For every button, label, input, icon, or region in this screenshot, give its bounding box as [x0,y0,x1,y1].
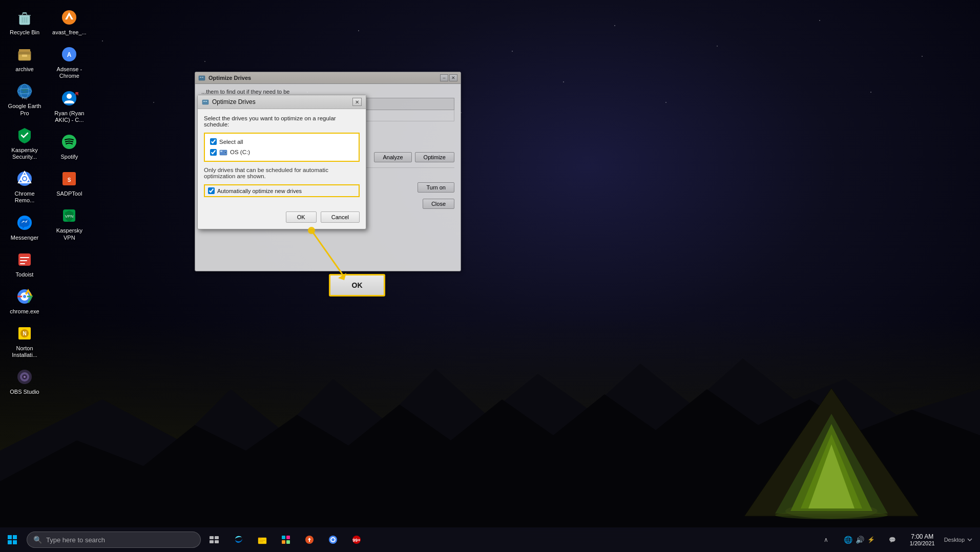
svg-rect-60 [220,151,222,152]
analyze-btn[interactable]: Analyze [374,152,411,162]
svg-rect-15 [19,49,30,52]
fg-ok-btn[interactable]: OK [286,211,317,223]
desktop-icon-kaspersky[interactable]: Kaspersky Security... [4,122,45,163]
svg-rect-74 [259,540,265,541]
drive-c-checkbox[interactable] [210,149,217,156]
desktop-icon-kaspersky-vpn[interactable]: VPN Kaspersky VPN [49,202,90,244]
desktop-icon-norton[interactable]: N Norton Installati... [4,320,45,362]
desktop-icon-avast[interactable]: avast_free_... [49,4,90,39]
fg-optimize-dialog: Optimize Drives ✕ Select the drives you … [197,95,366,229]
desktop-icon-ryan[interactable]: R Ryan (Ryan AKIC) - C... [49,85,90,126]
svg-point-41 [24,376,26,378]
desktop-icon-messenger[interactable]: Messenger [4,209,45,244]
svg-text:S: S [68,177,71,183]
ryan-icon: R [59,88,79,109]
close-btn[interactable]: Close [423,199,454,209]
file-explorer-btn[interactable] [251,527,274,552]
chrome-remote-label: Chrome Remo... [6,190,43,204]
apps3-icon: 99+ [351,535,362,545]
system-tray: 🌐 🔊 ⚡ [840,536,879,544]
svg-point-34 [23,295,26,298]
desktop-icon-todoist[interactable]: Todoist [4,246,45,281]
desktop-show-btn[interactable]: Desktop [941,537,976,543]
volume-icon[interactable]: 🔊 [856,536,864,544]
auto-optimize-checkbox[interactable] [208,187,215,194]
svg-rect-65 [8,535,12,539]
desktop-icon-chrome-remote[interactable]: Chrome Remo... [4,165,45,207]
drive-c-icon [219,148,227,156]
taskbar-search[interactable]: 🔍 Type here to search [27,532,201,548]
desktop-icon-google-earth[interactable]: Pro Google Earth Pro [4,78,45,119]
store-icon [281,535,291,545]
svg-rect-67 [8,540,12,544]
fg-dialog-titlebar: Optimize Drives ✕ [198,95,366,109]
spotify-icon [59,132,79,152]
bg-close-btn[interactable]: ✕ [449,74,457,81]
ryan-label: Ryan (Ryan AKIC) - C... [51,110,88,123]
svg-rect-77 [286,536,290,539]
edge-btn[interactable] [227,527,250,552]
bg-minimize-btn[interactable]: – [440,74,448,81]
select-all-label: Select all [219,139,243,145]
auto-optimize-row[interactable]: Automatically optimize new drives [204,184,360,197]
desktop-icon-adsense[interactable]: A Adsense - Chrome [49,41,90,82]
notification-btn[interactable]: 💬 [881,527,904,552]
taskbar: 🔍 Type here to search [0,527,980,552]
svg-point-48 [62,135,76,149]
desktop-icon-sadp[interactable]: S SADPTool [49,165,90,200]
messenger-label: Messenger [11,235,38,241]
chevron-down-icon [967,537,973,543]
optimize-btn[interactable]: Optimize [415,152,454,162]
note-text: Only drives that can be scheduled for au… [204,167,360,179]
apps1-icon [304,535,315,545]
apps-btn-3[interactable]: 99+ [345,527,368,552]
obs-icon [14,367,35,387]
recycle-bin-label: Recycle Bin [10,29,39,36]
fg-dialog-buttons: OK Cancel [198,211,366,229]
drive-selection-box: Select all OS (C:) [204,133,360,162]
desktop-icon-recycle-bin[interactable]: Recycle Bin [4,4,45,39]
svg-rect-56 [202,100,208,104]
apps2-icon [328,535,338,545]
svg-rect-79 [286,540,290,544]
show-hidden-icons-btn[interactable]: ∧ [815,527,838,552]
kaspersky-vpn-label: Kaspersky VPN [51,227,88,241]
chrome-remote-icon [14,168,35,189]
search-icon: 🔍 [33,536,42,544]
desktop-icon-obs[interactable]: OBS Studio [4,364,45,398]
fg-cancel-btn[interactable]: Cancel [321,211,360,223]
svg-rect-70 [215,536,219,539]
big-ok-button[interactable]: OK [329,274,385,296]
task-view-btn[interactable] [203,527,225,552]
select-all-checkbox[interactable] [210,138,217,145]
select-all-row[interactable]: Select all [208,137,356,146]
svg-rect-75 [259,541,263,542]
taskbar-clock[interactable]: 7:00 AM 1/20/2021 [906,533,939,546]
desktop-icon-chrome-exe[interactable]: chrome.exe [4,283,45,318]
search-placeholder-text: Type here to search [46,536,105,544]
desktop-icon-spotify[interactable]: Spotify [49,129,90,163]
chrome-exe-label: chrome.exe [10,308,39,315]
auto-optimize-label: Automatically optimize new drives [217,188,302,194]
store-btn[interactable] [275,527,297,552]
tent [724,373,939,526]
drive-c-row[interactable]: OS (C:) [208,146,356,158]
network-icon[interactable]: 🌐 [844,536,852,544]
start-button[interactable] [0,527,25,552]
archive-icon [14,44,35,65]
svg-point-46 [67,94,72,99]
apps-btn-1[interactable] [298,527,321,552]
clock-date: 1/20/2021 [910,540,935,546]
avast-icon [59,7,79,28]
desktop-label: Desktop [944,537,965,543]
turn-on-btn[interactable]: Turn on [418,182,454,193]
fg-close-btn[interactable]: ✕ [352,98,362,106]
apps-btn-2[interactable] [322,527,344,552]
spotify-label: Spotify [61,154,78,160]
svg-text:N: N [23,331,26,336]
svg-rect-58 [205,101,207,102]
battery-icon[interactable]: ⚡ [867,536,875,543]
kaspersky-icon [14,125,35,145]
svg-rect-71 [210,540,214,543]
desktop-icon-archive[interactable]: archive [4,41,45,76]
